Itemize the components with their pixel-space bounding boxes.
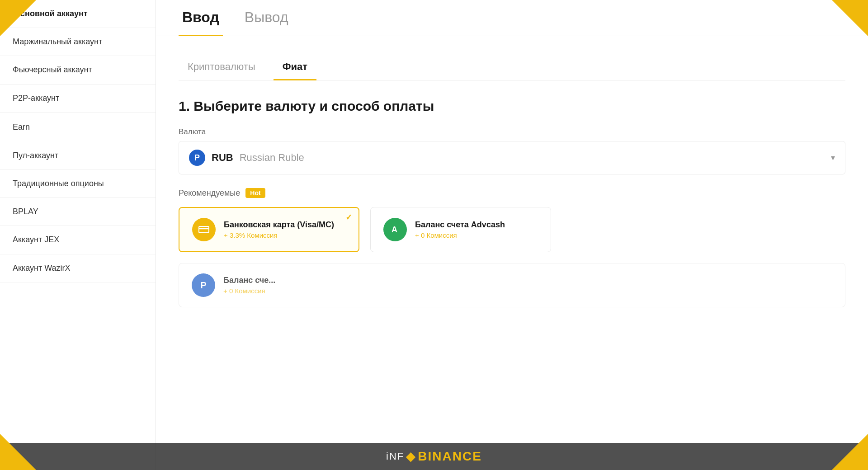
currency-name: Russian Ruble [240, 152, 304, 164]
sidebar: Основной аккаунт Маржинальный аккаунт Фь… [0, 0, 156, 470]
section-heading: 1. Выберите валюту и способ оплаты [179, 99, 845, 114]
bank-card-icon [192, 218, 216, 241]
bank-card-name: Банковская карта (Visa/MC) [224, 220, 334, 230]
corner-decoration-tr [832, 0, 868, 36]
chevron-down-icon: ▾ [831, 153, 835, 163]
sidebar-item-earn[interactable]: Earn [0, 113, 156, 142]
svg-rect-4 [199, 226, 209, 233]
rub-balance-info: Баланс сче... + 0 Комиссия [223, 276, 275, 295]
sidebar-item-trad-options[interactable]: Традиционные опционы [0, 170, 156, 198]
rub-balance-commission: + 0 Комиссия [223, 287, 275, 295]
bank-card-commission: + 3.3% Комиссия [224, 231, 334, 239]
rub-balance-icon: Р [192, 273, 215, 297]
currency-select[interactable]: Р RUB Russian Ruble ▾ [179, 141, 845, 174]
payment-card-rub-balance[interactable]: Р Баланс сче... + 0 Комиссия [179, 263, 845, 307]
bottom-payment-row: Р Баланс сче... + 0 Комиссия [179, 263, 845, 307]
top-tabs: Ввод Вывод [156, 0, 868, 36]
sidebar-item-p2p-account[interactable]: P2P-аккаунт [0, 85, 156, 113]
watermark-suffix: BINANCE [418, 449, 482, 464]
bank-card-info: Банковская карта (Visa/MC) + 3.3% Комисс… [224, 220, 334, 239]
hot-badge: Hot [245, 188, 265, 198]
sidebar-item-futures-account[interactable]: Фьючерсный аккаунт [0, 56, 156, 84]
sidebar-item-wazirx-account[interactable]: Аккаунт WazirX [0, 254, 156, 282]
sub-tabs: Криптовалюты Фиат [179, 54, 845, 80]
sidebar-item-bplay[interactable]: BPLAY [0, 198, 156, 226]
sub-tab-crypto[interactable]: Криптовалюты [179, 55, 264, 80]
rub-balance-name: Баланс сче... [223, 276, 275, 285]
advcash-commission: + 0 Комиссия [415, 231, 505, 239]
watermark-diamond: ◆ [406, 450, 416, 464]
content-area: Криптовалюты Фиат 1. Выберите валюту и с… [156, 36, 868, 470]
sidebar-item-pool-account[interactable]: Пул-аккаунт [0, 142, 156, 170]
svg-marker-2 [0, 434, 36, 470]
corner-decoration-br [832, 434, 868, 470]
watermark-prefix: iNF [386, 451, 404, 462]
watermark-bar: iNF ◆ BINANCE [0, 443, 868, 470]
rub-icon: Р [189, 150, 205, 166]
svg-marker-0 [0, 0, 36, 36]
payment-card-advcash[interactable]: A Баланс счета Advcash + 0 Комиссия [370, 207, 551, 252]
advcash-name: Баланс счета Advcash [415, 220, 505, 230]
main-content: Ввод Вывод Криптовалюты Фиат 1. Выберите… [156, 0, 868, 470]
recommended-label: Рекомендуемые Hot [179, 188, 845, 198]
advcash-icon: A [383, 218, 407, 241]
watermark-logo: iNF ◆ BINANCE [386, 449, 482, 464]
sub-tab-fiat[interactable]: Фиат [274, 55, 316, 80]
payment-cards: Банковская карта (Visa/MC) + 3.3% Комисс… [179, 207, 845, 252]
corner-decoration-tl [0, 0, 36, 36]
svg-marker-3 [832, 434, 868, 470]
tab-withdraw[interactable]: Вывод [241, 0, 292, 36]
corner-decoration-bl [0, 434, 36, 470]
sidebar-item-jex-account[interactable]: Аккаунт JEX [0, 226, 156, 254]
advcash-info: Баланс счета Advcash + 0 Комиссия [415, 220, 505, 239]
svg-marker-1 [832, 0, 868, 36]
tab-deposit[interactable]: Ввод [179, 0, 223, 36]
currency-code: RUB [212, 152, 233, 164]
currency-field-label: Валюта [179, 127, 845, 136]
payment-card-bank[interactable]: Банковская карта (Visa/MC) + 3.3% Комисс… [179, 207, 359, 252]
svg-text:A: A [392, 225, 397, 234]
